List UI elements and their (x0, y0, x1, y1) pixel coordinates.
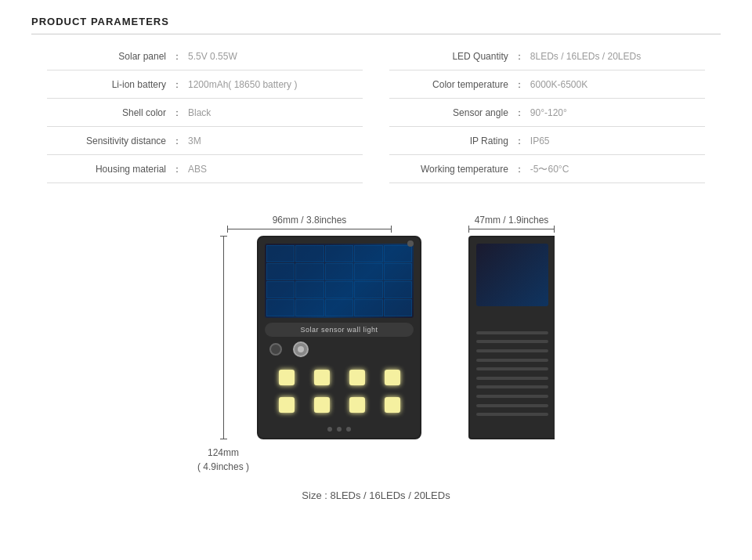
side-solar-panel (476, 244, 548, 306)
bottom-dot (327, 427, 332, 432)
height-measurement: 124mm ( 4.9inches ) (197, 236, 249, 474)
led-bulb (279, 397, 295, 413)
sensor-dome (293, 341, 309, 357)
param-label: Color temperature (389, 79, 515, 90)
param-colon: ： (172, 135, 182, 148)
width-label: 96mm / 3.8inches (273, 215, 347, 226)
param-value: IP65 (530, 135, 550, 146)
height-bar (223, 236, 224, 439)
solar-cell (266, 299, 295, 316)
side-view-container: 47mm / 1.9inches (468, 215, 555, 439)
mode-button (269, 343, 282, 356)
rib (476, 385, 548, 388)
camera-dot (407, 240, 414, 247)
solar-cell (354, 299, 382, 316)
param-label: Working temperature (389, 164, 515, 175)
led-bulb (349, 397, 365, 413)
param-colon: ： (172, 107, 182, 120)
param-row: Working temperature ： -5〜60°C (389, 163, 705, 183)
param-row: Color temperature ： 6000K-6500K (389, 78, 705, 99)
param-label: LED Quantity (389, 51, 515, 62)
rib (476, 404, 548, 407)
section-title: PRODUCT PARAMETERS (31, 16, 721, 34)
param-row: LED Quantity ： 8LEDs / 16LEDs / 20LEDs (389, 50, 705, 70)
width-bar (227, 229, 392, 229)
height-label: 124mm ( 4.9inches ) (197, 446, 249, 474)
solar-cell (354, 245, 382, 262)
param-row: Housing material ： ABS (47, 163, 363, 183)
led-bulb (385, 397, 400, 413)
solar-cell (295, 245, 324, 262)
param-label: Solar panel (47, 51, 172, 62)
param-value: 8LEDs / 16LEDs / 20LEDs (530, 51, 641, 62)
right-width-bar-left-tick (468, 226, 469, 233)
param-row: Sensitivity distance ： 3M (47, 135, 363, 155)
param-value: 6000K-6500K (530, 79, 588, 90)
solar-cell (325, 299, 353, 316)
param-colon: ： (172, 163, 182, 176)
param-row: Li-ion battery ： 1200mAh( 18650 battery … (47, 78, 363, 99)
side-ribs (470, 309, 555, 438)
bottom-dot (337, 427, 342, 432)
rib (476, 413, 548, 416)
button-sensor-row (258, 338, 420, 360)
param-colon: ： (172, 50, 182, 63)
height-bar-top-tick (220, 236, 227, 237)
params-right-col: LED Quantity ： 8LEDs / 16LEDs / 20LEDs C… (389, 50, 705, 191)
param-label: Housing material (47, 164, 172, 175)
solar-cell (325, 263, 353, 280)
param-value: 90°-120° (530, 107, 567, 118)
bottom-dots (258, 422, 420, 438)
led-bulb (385, 370, 400, 385)
rib (476, 331, 548, 334)
param-colon: ： (515, 135, 524, 148)
right-width-bar (468, 229, 555, 229)
rib (476, 395, 548, 398)
solar-cell (295, 299, 324, 316)
right-width-label: 47mm / 1.9inches (475, 215, 549, 226)
param-value: ABS (188, 164, 207, 175)
led-bulb (314, 370, 330, 385)
solar-panel-wrapper (258, 237, 420, 321)
param-value: 1200mAh( 18650 battery ) (188, 79, 297, 90)
param-value: -5〜60°C (530, 163, 569, 176)
param-colon: ： (515, 78, 524, 92)
param-row: IP Rating ： IP65 (389, 135, 705, 155)
param-colon: ： (515, 163, 524, 176)
solar-cell (295, 281, 324, 298)
width-bar-left-tick (227, 226, 228, 233)
width-bar-right-tick (391, 226, 392, 233)
param-row: Sensor angle ： 90°-120° (389, 107, 705, 127)
rib (476, 367, 548, 370)
led-bulb (279, 370, 295, 385)
param-colon: ： (515, 50, 524, 63)
solar-cell (295, 263, 324, 280)
bottom-dot (346, 427, 351, 432)
solar-panel (265, 244, 414, 318)
right-width-bar-right-tick (554, 226, 555, 233)
param-row: Shell color ： Black (47, 107, 363, 127)
param-label: IP Rating (389, 135, 515, 146)
page: PRODUCT PARAMETERS Solar panel ： 5.5V 0.… (0, 0, 752, 517)
solar-cell (384, 245, 412, 262)
led-array (258, 360, 420, 422)
product-front-image: Solar sensor wall light (257, 236, 421, 439)
rib (476, 359, 548, 362)
solar-cell (325, 245, 353, 262)
param-label: Sensitivity distance (47, 135, 172, 146)
product-label-strip: Solar sensor wall light (265, 323, 414, 337)
solar-cell (266, 245, 295, 262)
rib (476, 377, 548, 380)
solar-grid (265, 244, 414, 318)
led-bulb (349, 370, 365, 385)
param-label: Sensor angle (389, 107, 515, 118)
params-left-col: Solar panel ： 5.5V 0.55W Li-ion battery … (47, 50, 363, 191)
solar-cell (266, 263, 295, 280)
param-value: 3M (188, 135, 201, 146)
dimensions-section: 96mm / 3.8inches 124mm ( 4.9in (31, 215, 721, 474)
solar-cell (384, 299, 412, 316)
solar-cell (325, 281, 353, 298)
solar-cell (354, 263, 382, 280)
solar-cell (384, 263, 412, 280)
param-colon: ： (515, 107, 524, 120)
